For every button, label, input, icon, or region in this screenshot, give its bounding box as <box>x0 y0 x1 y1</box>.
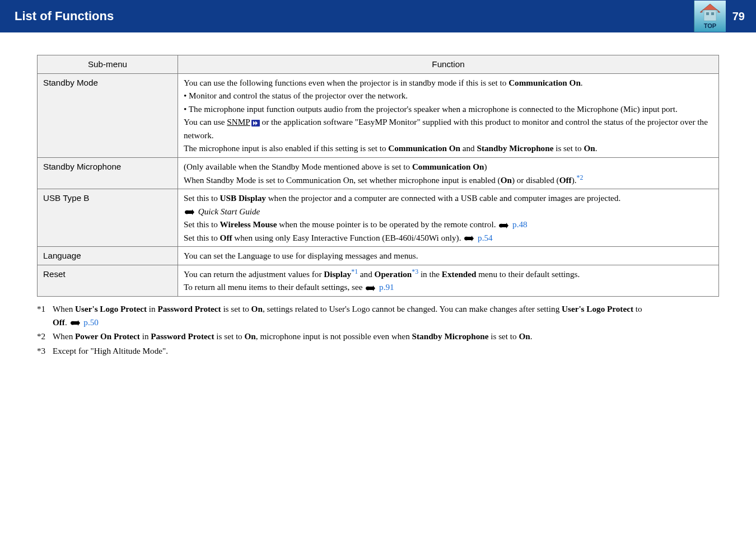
row-body-standby-mode: You can use the following functions even… <box>178 73 719 157</box>
table-row: Standby Microphone (Only available when … <box>38 157 719 189</box>
row-label-usb-b: USB Type B <box>38 189 178 247</box>
snmp-glossary-link[interactable]: SNMP <box>227 117 250 127</box>
header-banner: List of Functions TOP 79 <box>0 0 756 32</box>
top-label: TOP <box>704 22 716 29</box>
row-body-reset: You can return the adjustment values for… <box>178 265 719 296</box>
page-link-50[interactable]: p.50 <box>83 317 99 327</box>
row-body-language: You can set the Language to use for disp… <box>178 247 719 265</box>
row-label-language: Language <box>38 247 178 265</box>
row-label-standby-mode: Standby Mode <box>38 73 178 157</box>
functions-table: Sub-menu Function Standby Mode You can u… <box>37 55 719 297</box>
page-number: 79 <box>726 10 756 23</box>
footnote-2: *2 When Power On Protect in Password Pro… <box>37 330 719 343</box>
home-top-icon: TOP <box>698 2 722 30</box>
col-header-submenu: Sub-menu <box>38 55 178 74</box>
table-row: Language You can set the Language to use… <box>38 247 719 265</box>
row-body-standby-mic: (Only available when the Standby Mode me… <box>178 157 719 189</box>
page-link-48[interactable]: p.48 <box>512 219 528 229</box>
table-row: Standby Mode You can use the following f… <box>38 73 719 157</box>
footnote-ref-1[interactable]: *1 <box>351 268 358 275</box>
svg-rect-2 <box>706 12 709 15</box>
svg-rect-3 <box>711 12 714 15</box>
col-header-function: Function <box>178 55 719 74</box>
hand-pointer-icon <box>184 209 195 216</box>
footnote-ref-3[interactable]: *3 <box>412 268 418 275</box>
footnote-3: *3 Except for "High Altitude Mode". <box>37 344 719 358</box>
row-body-usb-b: Set this to USB Display when the project… <box>178 189 719 247</box>
page-link-91[interactable]: p.91 <box>379 282 394 292</box>
svg-rect-1 <box>704 10 716 21</box>
header-right: TOP 79 <box>694 0 756 32</box>
hand-pointer-icon <box>365 285 376 292</box>
hand-pointer-icon <box>498 222 509 229</box>
footnote-1: *1 When User's Logo Protect in Password … <box>37 302 719 329</box>
page-title: List of Functions <box>15 9 114 24</box>
hand-pointer-icon <box>463 235 474 242</box>
table-row: USB Type B Set this to USB Display when … <box>38 189 719 247</box>
glossary-icon[interactable] <box>251 120 260 127</box>
row-label-reset: Reset <box>38 265 178 296</box>
table-row: Reset You can return the adjustment valu… <box>38 265 719 296</box>
footnotes: *1 When User's Logo Protect in Password … <box>37 302 719 357</box>
footnote-ref-2[interactable]: *2 <box>576 173 583 181</box>
content-area: Sub-menu Function Standby Mode You can u… <box>0 32 756 357</box>
row-label-standby-mic: Standby Microphone <box>38 157 178 189</box>
top-button[interactable]: TOP <box>694 1 726 32</box>
page-link-54[interactable]: p.54 <box>478 233 493 242</box>
hand-pointer-icon <box>69 320 81 326</box>
